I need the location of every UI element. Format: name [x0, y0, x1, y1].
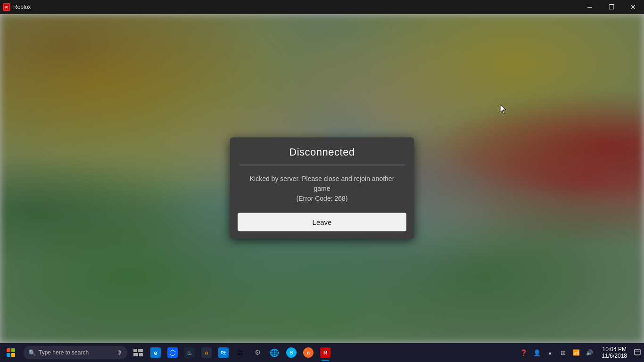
taskbar-app-amazon[interactable]: a — [198, 343, 215, 362]
svg-rect-5 — [133, 353, 138, 356]
svg-rect-4 — [138, 349, 143, 352]
close-button[interactable]: ✕ — [622, 0, 644, 14]
disconnected-modal: Disconnected Kicked by server. Please cl… — [230, 138, 414, 239]
svg-rect-3 — [133, 349, 137, 352]
window-title: Roblox — [13, 4, 579, 10]
taskbar-app-skype[interactable]: S — [283, 343, 300, 362]
taskbar-app-dropbox[interactable]: ⬡ — [164, 343, 181, 362]
microphone-icon: 🎙 — [116, 349, 123, 356]
taskbar-app-edge[interactable]: e — [147, 343, 164, 362]
modal-message: Kicked by server. Please close and rejoi… — [250, 175, 395, 202]
search-bar[interactable]: 🔍 Type here to search 🎙 — [24, 346, 127, 359]
search-icon: 🔍 — [28, 349, 36, 356]
title-bar: R Roblox ─ ❐ ✕ — [0, 0, 644, 14]
tray-help[interactable]: ❓ — [517, 343, 530, 362]
task-view-button[interactable] — [129, 343, 147, 362]
leave-button[interactable]: Leave — [238, 213, 406, 231]
taskbar-app-steam[interactable]: ♨ — [181, 343, 198, 362]
tray-people[interactable]: 👤 — [530, 343, 544, 362]
taskbar-app-settings[interactable]: ⚙ — [249, 343, 266, 362]
svg-text:R: R — [5, 5, 8, 9]
taskbar-app-store[interactable]: 🛍 — [215, 343, 232, 362]
modal-footer: Leave — [230, 211, 414, 239]
notification-button[interactable] — [631, 343, 644, 362]
modal-title: Disconnected — [289, 146, 355, 158]
taskbar-app-chrome[interactable]: 🌐 — [266, 343, 283, 362]
tray-volume[interactable]: 🔊 — [583, 343, 596, 362]
minimize-button[interactable]: ─ — [579, 0, 601, 14]
modal-body: Kicked by server. Please close and rejoi… — [230, 165, 414, 211]
start-button[interactable] — [0, 343, 22, 362]
taskbar-app-avast[interactable]: a — [300, 343, 317, 362]
tray-display[interactable]: ⊞ — [557, 343, 570, 362]
svg-rect-7 — [635, 349, 640, 355]
taskbar: 🔍 Type here to search 🎙 e ⬡ ♨ a � — [0, 343, 644, 362]
clock-date: 11/6/2018 — [602, 353, 627, 359]
svg-rect-6 — [139, 353, 143, 356]
tray-network[interactable]: 📶 — [570, 343, 583, 362]
taskbar-app-files[interactable]: 🗂 — [232, 343, 249, 362]
system-tray: ❓ 👤 ▲ ⊞ 📶 🔊 — [515, 343, 598, 362]
system-clock[interactable]: 10:04 PM 11/6/2018 — [598, 343, 631, 362]
tray-chevron[interactable]: ▲ — [544, 343, 557, 362]
taskbar-app-roblox[interactable]: R — [317, 343, 334, 362]
app-icon: R — [3, 3, 10, 11]
modal-header: Disconnected — [230, 138, 414, 165]
restore-button[interactable]: ❐ — [601, 0, 622, 14]
search-placeholder: Type here to search — [39, 349, 89, 356]
clock-time: 10:04 PM — [603, 346, 627, 353]
